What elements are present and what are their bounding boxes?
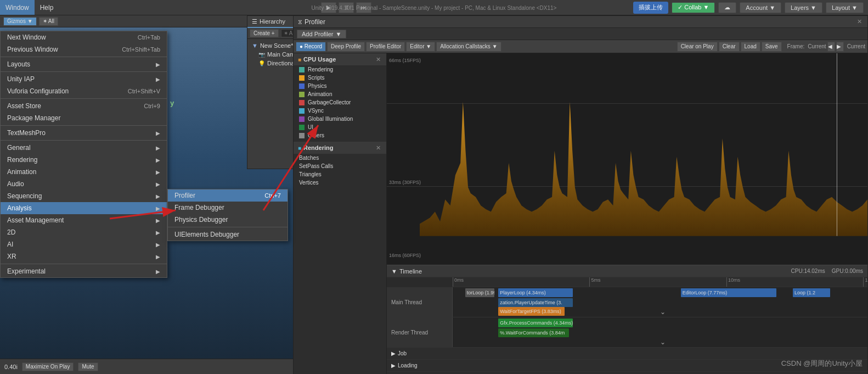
textmeshpro-arrow: ▶ (156, 130, 160, 136)
layout-button[interactable]: Layout ▼ (826, 2, 864, 13)
triangles-label: Triangles (299, 171, 322, 177)
2d-arrow: ▶ (156, 230, 160, 236)
timeline-ruler: 0ms 5ms 10ms 15ms (453, 277, 867, 287)
menu-experimental[interactable]: Experimental ▶ (1, 265, 167, 277)
menu-audio[interactable]: Audio ▶ (1, 178, 167, 190)
job-thread-row[interactable]: ▶ Job (387, 348, 867, 360)
loading-expand-icon: ▶ (391, 362, 396, 369)
menu-asset-management[interactable]: Asset Management ▶ (1, 214, 167, 226)
camera-icon: 📷 (258, 52, 265, 58)
main-thread-blocks[interactable]: torLoop (1.99r PlayerLoop (4.34ms) Edito… (453, 287, 867, 317)
animation-color (299, 92, 305, 97)
cpu-icon: ■ (298, 57, 301, 63)
experimental-label: Experimental (7, 267, 46, 275)
profiler-close-button[interactable]: ✕ (855, 18, 863, 26)
account-button[interactable]: Account ▼ (740, 2, 781, 13)
2d-label: 2D (7, 228, 15, 236)
collab-button[interactable]: ✓ Collab ▼ (672, 2, 715, 13)
audio-label: Audio (7, 180, 24, 188)
rendering-module-header[interactable]: ■ Rendering ✕ (294, 142, 386, 154)
save-button[interactable]: Save (762, 42, 782, 52)
scripting-thread-row[interactable]: ▶ Scripting Threads (387, 372, 867, 374)
menu-vuforia[interactable]: Vuforia Configuration Ctrl+Shift+V (1, 85, 167, 97)
expand-arrow-main[interactable]: ⌄ (660, 308, 666, 316)
load-button[interactable]: Load (741, 42, 760, 52)
cloud-button[interactable]: ☁ (718, 2, 736, 13)
menu-sep-4 (1, 125, 167, 126)
menu-physics-debugger[interactable]: Physics Debugger (168, 214, 288, 226)
scripts-label: Scripts (308, 75, 325, 81)
experimental-arrow: ▶ (156, 269, 160, 275)
textmeshpro-label: TextMeshPro (7, 129, 46, 137)
menu-frame-debugger[interactable]: Frame Debugger (168, 202, 288, 214)
profiler-tab-title[interactable]: Profiler (305, 18, 325, 26)
render-thread-blocks[interactable]: Gfx.ProcessCommands (4.34ms) %.WaitForCo… (453, 317, 867, 347)
profiler-chart-area[interactable]: 66ms (15FPS) 33ms (30FPS) 16ms (60FPS) (387, 53, 867, 374)
rendering-module-close[interactable]: ✕ (374, 144, 382, 152)
menu-animation[interactable]: Animation ▶ (1, 166, 167, 178)
menu-textmeshpro[interactable]: TextMeshPro ▶ (1, 127, 167, 139)
menu-analysis[interactable]: Analysis ▶ (1, 202, 167, 214)
main-thread-row: Main Thread torLoop (1.99r PlayerLoop (4… (387, 287, 867, 317)
maximize-on-play-button[interactable]: Maximize On Play (22, 362, 74, 371)
analysis-arrow: ▶ (156, 205, 160, 211)
ui-color (299, 125, 305, 130)
thread-block-playerupdate[interactable]: zation.PlayerUpdateTime (3. (498, 298, 573, 307)
fps-label-60: 16ms (60FPS) (389, 253, 421, 258)
menu-2d[interactable]: 2D ▶ (1, 226, 167, 238)
cpu-legend: Rendering Scripts Physics Animation (294, 65, 386, 139)
mute-button[interactable]: Mute (78, 362, 98, 371)
menu-next-window[interactable]: Next Window Ctrl+Tab (1, 31, 167, 43)
layers-button[interactable]: Layers ▼ (785, 2, 822, 13)
play-button[interactable]: ▶ (321, 2, 336, 13)
rendering-arrow: ▶ (156, 157, 160, 163)
window-menu-item[interactable]: Window (0, 0, 35, 15)
frame-next-button[interactable]: ▶ (836, 42, 844, 52)
help-menu-item[interactable]: Help (35, 0, 59, 15)
menu-asset-store[interactable]: Asset Store Ctrl+9 (1, 100, 167, 112)
menu-sequencing[interactable]: Sequencing ▶ (1, 190, 167, 202)
menu-uielements-debugger[interactable]: UIElements Debugger (168, 228, 288, 241)
loading-thread-row[interactable]: ▶ Loading (387, 360, 867, 372)
timeline-expand-icon[interactable]: ▼ (391, 268, 397, 275)
menu-xr[interactable]: XR ▶ (1, 250, 167, 263)
create-button[interactable]: Create + (250, 29, 279, 37)
menu-unity-iap[interactable]: Unity IAP ▶ (1, 73, 167, 85)
cpu-module-close[interactable]: ✕ (374, 55, 382, 63)
analysis-sep (168, 227, 288, 227)
expand-arrow-render[interactable]: ⌄ (660, 338, 666, 346)
menu-rendering[interactable]: Rendering ▶ (1, 154, 167, 166)
thread-block-editorloop2[interactable]: EditorLoop (7.77ms) (681, 288, 776, 297)
menu-package-manager[interactable]: Package Manager (1, 112, 167, 124)
window-menu-popup: Next Window Ctrl+Tab Previous Window Ctr… (0, 31, 167, 278)
thread-block-playerloop[interactable]: PlayerLoop (4.34ms) (498, 288, 573, 297)
thread-block-waitcmd[interactable]: %.WaitForCommands (3.84m (498, 328, 569, 337)
menu-general[interactable]: General ▶ (1, 142, 167, 154)
menu-layouts[interactable]: Layouts ▶ (1, 58, 167, 70)
menu-ai[interactable]: AI ▶ (1, 238, 167, 250)
thread-block-gfx[interactable]: Gfx.ProcessCommands (4.34ms) (498, 319, 573, 327)
vuforia-label: Vuforia Configuration (7, 87, 69, 95)
clear-on-play-button[interactable]: Clear on Play (677, 42, 718, 52)
step-button[interactable]: ⏭ (356, 2, 371, 13)
thread-block-loop[interactable]: Loop (1.2 (793, 288, 830, 297)
menu-profiler[interactable]: Profiler Ctrl+7 (168, 189, 288, 202)
upload-button[interactable]: 插拔上传 (633, 2, 668, 14)
menu-previous-window[interactable]: Previous Window Ctrl+Shift+Tab (1, 43, 167, 55)
thread-block-editorloop[interactable]: torLoop (1.99r (465, 288, 494, 297)
record-button[interactable]: ● Record (296, 42, 326, 52)
deep-profile-button[interactable]: Deep Profile (327, 42, 365, 52)
clear-button[interactable]: Clear (719, 42, 740, 52)
profile-editor-button[interactable]: Profile Editor (366, 42, 405, 52)
thread-block-waitfortarget[interactable]: WaitForTargetFPS (3.83ms) (498, 307, 565, 316)
cpu-module-header[interactable]: ■ CPU Usage ✕ (294, 53, 386, 65)
editor-button[interactable]: Editor ▼ (406, 42, 435, 52)
add-profiler-button[interactable]: Add Profiler ▼ (297, 30, 346, 38)
cpu-module-label: CPU Usage (303, 56, 336, 63)
menu-sep-5 (1, 140, 167, 141)
pause-button[interactable]: ⏸ (339, 2, 354, 13)
all-button[interactable]: ✶ All (39, 17, 58, 26)
allocation-callstacks-button[interactable]: Allocation Callstacks ▼ (436, 42, 501, 52)
gizmos-button[interactable]: Gizmos ▼ (3, 17, 37, 26)
frame-prev-button[interactable]: ◀ (827, 42, 835, 52)
